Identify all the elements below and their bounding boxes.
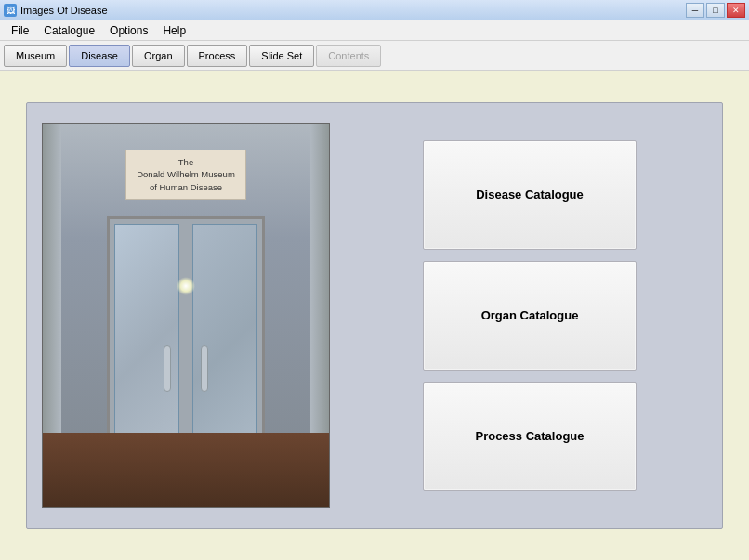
minimize-button[interactable]: ─	[686, 3, 704, 18]
door-scene: The Donald Wilhelm Museum of Human Disea…	[43, 124, 329, 507]
menu-file[interactable]: File	[4, 22, 36, 39]
window-title: Images Of Disease	[20, 5, 108, 16]
sign-line1: The	[178, 157, 193, 167]
sign-line2: Donald Wilhelm Museum	[137, 169, 235, 179]
disease-catalogue-button[interactable]: Disease Catalogue	[423, 140, 637, 250]
title-bar-left: 🖼 Images Of Disease	[4, 4, 108, 17]
app-icon: 🖼	[4, 4, 17, 17]
toolbar-museum[interactable]: Museum	[4, 45, 67, 67]
menu-help[interactable]: Help	[155, 22, 193, 39]
process-catalogue-button[interactable]: Process Catalogue	[423, 382, 637, 491]
toolbar-contents: Contents	[316, 45, 381, 67]
toolbar-organ[interactable]: Organ	[132, 45, 185, 67]
door-handle-left	[164, 345, 171, 392]
toolbar-process[interactable]: Process	[187, 45, 248, 67]
organ-catalogue-button[interactable]: Organ Catalogue	[423, 261, 637, 371]
main-panel: The Donald Wilhelm Museum of Human Disea…	[26, 102, 723, 529]
menu-options[interactable]: Options	[102, 22, 155, 39]
museum-image: The Donald Wilhelm Museum of Human Disea…	[42, 123, 330, 508]
floor-mat	[43, 433, 329, 507]
toolbar-slide-set[interactable]: Slide Set	[249, 45, 314, 67]
toolbar-disease[interactable]: Disease	[69, 45, 130, 67]
close-button[interactable]: ✕	[727, 3, 745, 18]
restore-button[interactable]: □	[706, 3, 725, 18]
title-bar-controls: ─ □ ✕	[686, 3, 745, 18]
museum-sign: The Donald Wilhelm Museum of Human Disea…	[125, 150, 246, 200]
title-bar: 🖼 Images Of Disease ─ □ ✕	[0, 0, 749, 20]
sign-line3: of Human Disease	[150, 182, 222, 192]
catalogue-panel: Disease Catalogue Organ Catalogue Proces…	[352, 140, 707, 491]
content-area: The Donald Wilhelm Museum of Human Disea…	[0, 71, 749, 560]
light-flash	[177, 277, 195, 295]
door-handle-right	[201, 345, 208, 392]
menu-catalogue[interactable]: Catalogue	[36, 22, 102, 39]
menu-bar: File Catalogue Options Help	[0, 20, 749, 41]
toolbar: Museum Disease Organ Process Slide Set C…	[0, 41, 749, 71]
